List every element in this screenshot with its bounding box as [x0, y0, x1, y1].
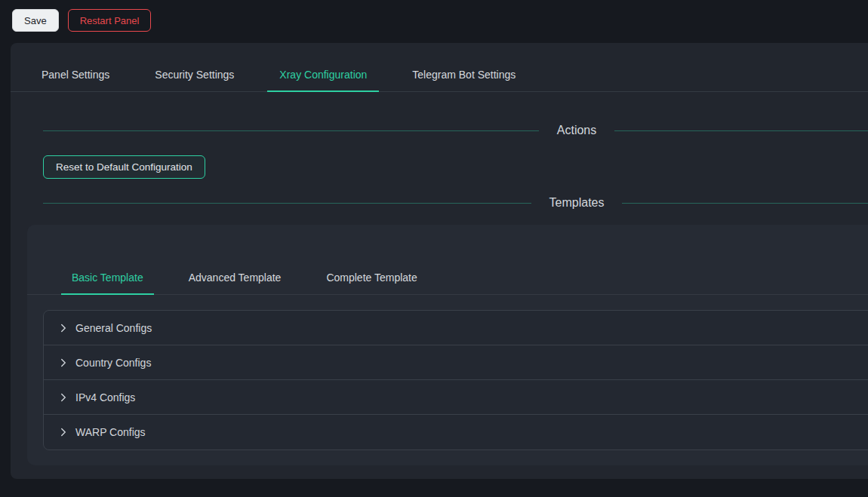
tab-complete-template[interactable]: Complete Template	[315, 261, 427, 294]
tab-xray-configuration[interactable]: Xray Configuration	[267, 58, 379, 91]
collapse-item-label: WARP Configs	[75, 426, 146, 438]
topbar: Save Restart Panel	[0, 0, 868, 32]
collapse-item-ipv4-configs[interactable]: IPv4 Configs	[44, 380, 868, 415]
collapse-item-label: General Configs	[75, 322, 152, 334]
save-button[interactable]: Save	[12, 9, 59, 32]
templates-divider: Templates	[43, 195, 868, 211]
tab-telegram-bot-settings[interactable]: Telegram Bot Settings	[400, 58, 528, 91]
main-tabs: Panel Settings Security Settings Xray Co…	[11, 58, 868, 91]
chevron-right-icon	[59, 393, 68, 402]
tab-advanced-template[interactable]: Advanced Template	[178, 261, 292, 294]
template-tabs: Basic Template Advanced Template Complet…	[27, 261, 868, 294]
chevron-right-icon	[59, 428, 68, 437]
tab-basic-template[interactable]: Basic Template	[61, 261, 154, 294]
template-tabbar: Basic Template Advanced Template Complet…	[27, 261, 868, 295]
tab-security-settings[interactable]: Security Settings	[143, 58, 246, 91]
chevron-right-icon	[59, 324, 68, 333]
collapse-item-country-configs[interactable]: Country Configs	[44, 345, 868, 380]
actions-divider-label: Actions	[557, 122, 596, 139]
restart-panel-button[interactable]: Restart Panel	[68, 9, 152, 32]
collapse-item-label: IPv4 Configs	[75, 391, 135, 403]
reset-default-config-button[interactable]: Reset to Default Configuration	[43, 155, 205, 179]
actions-row: Reset to Default Configuration	[43, 155, 868, 179]
templates-card: Basic Template Advanced Template Complet…	[27, 225, 868, 465]
actions-divider: Actions	[43, 122, 868, 139]
chevron-right-icon	[59, 358, 68, 367]
tab-panel-settings[interactable]: Panel Settings	[29, 58, 122, 91]
templates-divider-label: Templates	[549, 195, 605, 211]
collapse-item-label: Country Configs	[75, 357, 151, 369]
collapse-item-general-configs[interactable]: General Configs	[44, 311, 868, 345]
collapse-item-warp-configs[interactable]: WARP Configs	[44, 415, 868, 449]
config-collapse: General Configs Country Configs IPv4 Con…	[43, 310, 868, 450]
main-tabbar: Panel Settings Security Settings Xray Co…	[11, 58, 868, 92]
settings-card: Panel Settings Security Settings Xray Co…	[11, 43, 868, 479]
